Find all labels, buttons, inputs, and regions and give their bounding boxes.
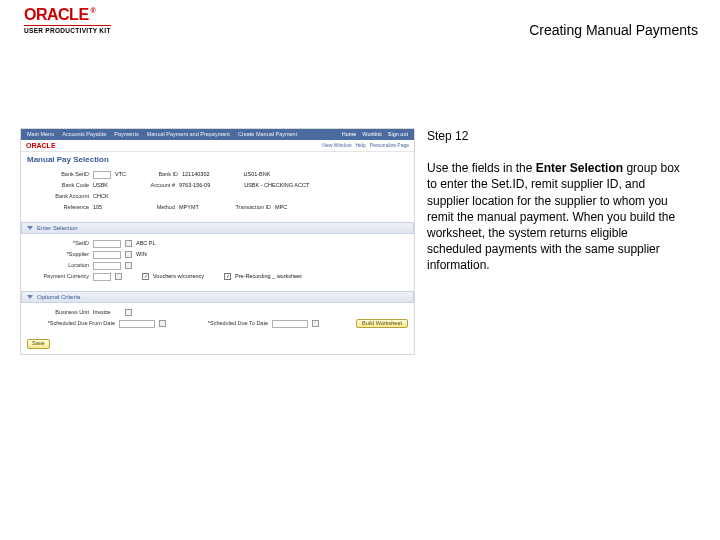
link-help[interactable]: Help (356, 143, 366, 148)
label-txn-id: Transaction ID (217, 205, 271, 211)
label-prerecording: Pre-Recording _ worksheet (235, 274, 302, 280)
input-due-from[interactable] (119, 320, 155, 328)
enter-selection-grid: *SetID ABC PL *Supplier WIN Location Pay… (21, 236, 414, 288)
lookup-icon[interactable] (115, 273, 122, 280)
lookup-icon[interactable] (125, 251, 132, 258)
app-screenshot: Main Menu Accounts Payable Payments Manu… (20, 128, 415, 355)
label-bank-id: Bank ID (130, 172, 178, 178)
lookup-icon[interactable] (125, 240, 132, 247)
value-reference: 105 (93, 205, 123, 211)
upk-subtext: USER PRODUCTIVITY KIT (24, 25, 111, 34)
value-account-name: USBK - CHECKING ACCT (244, 183, 309, 189)
brand-links: New Window Help Personalize Page (322, 143, 409, 148)
bank-info-grid: Bank SetID VTC Bank ID 121140302 US01-BN… (21, 167, 414, 219)
instr-text-2: group box to enter the Set.ID, remit sup… (427, 161, 680, 272)
label-bank-code: Bank Code (27, 183, 89, 189)
bank-row-4: Reference 105 Method MPYMT Transaction I… (27, 202, 408, 213)
value-account-num: 9763-156-09 (179, 183, 210, 189)
main-content: Main Menu Accounts Payable Payments Manu… (0, 128, 720, 355)
instruction-text: Use the fields in the Enter Selection gr… (427, 160, 682, 273)
label-bank-setid: Bank SetID (27, 172, 89, 178)
value-bank-setid: VTC (115, 172, 126, 178)
lookup-icon[interactable] (125, 309, 132, 316)
label-due-from: *Scheduled Due From Date (27, 321, 115, 327)
opt-row-dates: *Scheduled Due From Date *Scheduled Due … (27, 318, 408, 329)
app-page-heading: Manual Pay Selection (21, 152, 414, 167)
es-row-currency: Payment Currency ✓ Vouchers w/currency ✓… (27, 271, 408, 282)
label-vouchers-currency: Vouchers w/currency (153, 274, 204, 280)
app-brand-row: ORACLE New Window Help Personalize Page (21, 140, 414, 152)
nav-link-signout[interactable]: Sign out (388, 132, 408, 138)
value-bank-account: CHCK (93, 194, 109, 200)
input-location[interactable] (93, 262, 121, 270)
collapse-icon (27, 226, 33, 230)
value-txn-id: MPC (275, 205, 287, 211)
app-top-nav: Main Menu Accounts Payable Payments Manu… (21, 129, 414, 140)
bank-row-1: Bank SetID VTC Bank ID 121140302 US01-BN… (27, 169, 408, 180)
checkbox-prerecording[interactable]: ✓ (224, 273, 231, 280)
oracle-logo: ORACLE ® (24, 6, 111, 24)
crumb[interactable]: Payments (114, 132, 138, 138)
step-label: Step 12 (427, 128, 682, 144)
input-payment-currency[interactable] (93, 273, 111, 281)
label-business-unit: Business Unit (27, 310, 89, 316)
nav-link-worklist[interactable]: Worklist (362, 132, 381, 138)
label-due-to: *Scheduled Due To Date (188, 321, 268, 327)
instruction-panel: Step 12 Use the fields in the Enter Sele… (427, 128, 682, 274)
enter-selection-label: Enter Selection (37, 225, 78, 231)
es-row-location: Location (27, 260, 408, 271)
calendar-icon[interactable] (312, 320, 319, 327)
input-due-to[interactable] (272, 320, 308, 328)
build-worksheet-button[interactable]: Build Worksheet (356, 319, 408, 329)
label-payment-currency: Payment Currency (27, 274, 89, 280)
link-personalize[interactable]: Personalize Page (370, 143, 409, 148)
oracle-logo-text: ORACLE (24, 6, 89, 24)
label-bank-account: Bank Account (27, 194, 89, 200)
page-title: Creating Manual Payments (529, 22, 698, 38)
optional-criteria-header[interactable]: Optional Criteria (21, 291, 414, 303)
input-setid[interactable] (93, 240, 121, 248)
value-supplier: WIN (136, 252, 147, 258)
label-reference: Reference (27, 205, 89, 211)
es-row-setid: *SetID ABC PL (27, 238, 408, 249)
link-new-window[interactable]: New Window (322, 143, 351, 148)
instr-text-bold: Enter Selection (536, 161, 623, 175)
crumb[interactable]: Accounts Payable (62, 132, 106, 138)
registered-mark: ® (91, 7, 96, 14)
input-supplier[interactable] (93, 251, 121, 259)
value-bank-id: 121140302 (182, 172, 210, 178)
value-setid: ABC PL (136, 241, 156, 247)
value-invoice: Invoice (93, 310, 121, 316)
crumb[interactable]: Create Manual Payment (238, 132, 297, 138)
optional-criteria-grid: Business Unit Invoice *Scheduled Due Fro… (21, 305, 414, 335)
calendar-icon[interactable] (159, 320, 166, 327)
crumb[interactable]: Manual Payment and Prepayment (147, 132, 230, 138)
nav-link-home[interactable]: Home (342, 132, 357, 138)
label-method: Method (127, 205, 175, 211)
label-account-num: Account # (127, 183, 175, 189)
label-supplier: *Supplier (27, 252, 89, 258)
oracle-upk-logo: ORACLE ® USER PRODUCTIVITY KIT (24, 6, 111, 34)
enter-selection-header[interactable]: Enter Selection (21, 222, 414, 234)
save-button[interactable]: Save (27, 339, 50, 349)
mini-oracle-logo: ORACLE (26, 142, 56, 149)
lookup-icon[interactable] (125, 262, 132, 269)
bank-row-3: Bank Account CHCK (27, 191, 408, 202)
crumb[interactable]: Main Menu (27, 132, 54, 138)
value-bank-code: USBK (93, 183, 123, 189)
checkbox-vouchers-currency[interactable]: ✓ (142, 273, 149, 280)
collapse-icon (27, 295, 33, 299)
input-bank-setid[interactable] (93, 171, 111, 179)
instr-text-1: Use the fields in the (427, 161, 536, 175)
opt-row-bu: Business Unit Invoice (27, 307, 408, 318)
top-nav-right: Home Worklist Sign out (342, 132, 408, 138)
label-location: Location (27, 263, 89, 269)
es-row-supplier: *Supplier WIN (27, 249, 408, 260)
optional-criteria-label: Optional Criteria (37, 294, 80, 300)
value-bank-name: US01-BNK (244, 172, 271, 178)
label-setid: *SetID (27, 241, 89, 247)
slide-header: ORACLE ® USER PRODUCTIVITY KIT Creating … (0, 0, 720, 50)
value-method: MPYMT (179, 205, 213, 211)
bank-row-2: Bank Code USBK Account # 9763-156-09 USB… (27, 180, 408, 191)
